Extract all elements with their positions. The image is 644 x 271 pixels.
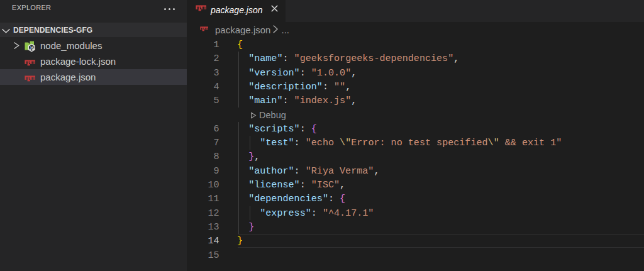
- svg-text:JS: JS: [30, 46, 35, 50]
